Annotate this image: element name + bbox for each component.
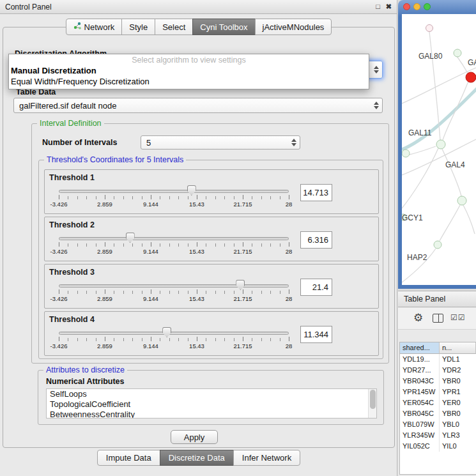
network-canvas[interactable]: GAL80 GA GAL11 GAL4 GCY1 HAP2 [402,14,476,285]
table-row[interactable]: YBL079WYBL0 [400,419,476,430]
num-intervals-combobox[interactable]: 5 [141,135,300,150]
thresholds-group: Threshold's Coordinates for 5 Intervals … [38,160,383,359]
tab-style[interactable]: Style [121,19,155,35]
screen: { "window": { "title": "Control Panel" }… [0,0,476,476]
node-label[interactable]: HAP2 [407,253,427,262]
node-label[interactable]: GA [468,58,476,67]
table-cell-name: YLR3 [440,430,476,441]
minimize-traffic-light-icon[interactable] [413,3,420,10]
dropdown-option-manual-discretization[interactable]: Manual Discretization [9,65,369,76]
combo-stepper-icon [291,139,296,146]
num-intervals-label: Number of Intervals [42,138,117,147]
threshold-slider-track[interactable] [59,332,289,335]
node-left[interactable] [402,150,410,157]
thresholds-group-title: Threshold's Coordinates for 5 Intervals [44,155,186,164]
slider-tick-label: -3.426 [50,201,68,208]
threshold-slider-thumb[interactable] [162,327,171,337]
tab-network[interactable]: Network [66,19,123,35]
slider-tick-label: 21.715 [233,201,252,208]
network-labels: GAL80 GA GAL11 GAL4 GCY1 HAP2 [402,52,476,262]
threshold-slider-track[interactable] [59,237,289,240]
threshold-slider-thumb[interactable] [126,233,135,243]
slider-tick-label: 9.144 [143,295,158,302]
threshold-slider-track[interactable] [59,190,289,193]
close-traffic-light-icon[interactable] [403,3,410,10]
node-label[interactable]: GAL4 [445,160,465,169]
tab-impute-data[interactable]: Impute Data [97,450,160,466]
table-row[interactable]: YBR045CYBR0 [400,408,476,419]
slider-tick-label: 15.43 [189,295,204,302]
slider-tick-label: 15.43 [189,248,204,255]
top-tab-bar: NetworkStyleSelectCyni ToolboxjActiveMNo… [0,19,397,35]
select-columns-checkboxes-icon[interactable]: ☑☑ [450,313,466,322]
threshold-value-field[interactable]: 14.713 [300,184,332,201]
list-scrollbar-thumb[interactable] [370,390,376,409]
table-cell-name: YIL0 [440,441,476,452]
table-data-combobox[interactable]: galFiltered.sif default node [13,98,383,113]
gear-icon[interactable]: ⚙ [413,312,423,323]
combo-stepper-icon [374,66,379,73]
table-cell-shared: YBL079W [400,419,440,430]
list-scrollbar[interactable] [368,389,376,418]
table-row[interactable]: YPR145WYPR1 [400,387,476,397]
table-header-name[interactable]: n... [440,342,476,354]
threshold-value-field[interactable]: 6.316 [300,231,332,249]
table-cell-shared: YBR045C [400,408,440,419]
node-right[interactable] [457,196,466,205]
node-label[interactable]: GAL80 [418,52,443,61]
node-attribute-table: shared... n... YDL19...YDL1YDR27...YDR2Y… [399,342,476,475]
dropdown-option-equal-width-frequency[interactable]: Equal Width/Frequency Discretization [9,76,369,87]
threshold-label: Threshold 1 [49,173,95,182]
table-row[interactable]: YDL19...YDL1 [400,354,476,365]
slider-major-ticks [59,337,289,341]
node-label[interactable]: GAL11 [408,128,432,137]
threshold-value-field[interactable]: 11.344 [300,326,332,343]
threshold-label: Threshold 4 [49,315,95,324]
attribute-list[interactable]: SelfLoopsTopologicalCoefficientBetweenne… [46,388,377,418]
attribute-item[interactable]: TopologicalCoefficient [47,399,376,410]
dropdown-placeholder: Select algorithm to view settings [9,55,369,65]
close-window-icon[interactable]: ✖ [386,3,392,10]
tab-infer-network[interactable]: Infer Network [233,450,300,466]
table-header-shared[interactable]: shared... [400,342,440,354]
node-gal80[interactable] [454,49,461,57]
cyni-toolbox-panel: Discretization Algorithm Table Data galF… [3,27,395,448]
attribute-item[interactable]: SelfLoops [47,389,376,399]
threshold-slider-thumb[interactable] [236,280,245,290]
table-cell-shared: YDR27... [400,365,440,376]
node-selected-red[interactable] [466,72,476,82]
node-label[interactable]: GCY1 [402,213,423,222]
network-graph: GAL80 GA GAL11 GAL4 GCY1 HAP2 [402,14,476,285]
attribute-item[interactable]: BetweennessCentrality [47,410,376,418]
columns-icon[interactable] [433,314,443,323]
threshold-label: Threshold 2 [49,220,95,229]
tab-select[interactable]: Select [155,19,193,35]
threshold-slider-thumb[interactable] [187,185,196,196]
threshold-card-4: Threshold 4-3.4262.8599.14415.4321.71528… [44,311,379,356]
apply-button[interactable]: Apply [171,430,218,444]
node-gal11[interactable] [436,140,445,149]
slider-tick-label: 2.859 [97,295,112,302]
threshold-value-field[interactable]: 21.4 [300,279,332,296]
float-window-icon[interactable]: □ [376,3,380,10]
table-row[interactable]: YLR345WYLR3 [400,430,476,441]
threshold-slider-track[interactable] [59,284,289,288]
table-row[interactable]: YIL052CYIL0 [400,441,476,452]
threshold-label: Threshold 3 [49,268,95,277]
table-panel-title: Table Panel [404,295,445,303]
slider-tick-label: 9.144 [143,342,158,349]
node-mid[interactable] [434,241,441,249]
attributes-group: Attributes to discretize Numerical Attri… [38,370,384,425]
tab-jactivemnodules[interactable]: jActiveMNodules [255,19,332,35]
tab-discretize-data[interactable]: Discretize Data [160,450,234,466]
table-row[interactable]: YER054CYER0 [400,397,476,408]
table-body: YDL19...YDL1YDR27...YDR2YBR043CYBR0YPR14… [400,354,476,452]
interval-definition-group: Interval Definition Number of Intervals … [31,123,389,364]
table-row[interactable]: YBR043CYBR0 [400,376,476,387]
attributes-group-title: Attributes to discretize [43,365,127,374]
table-row[interactable]: YDR27...YDR2 [400,365,476,376]
slider-tick-label: 28 [286,295,293,302]
zoom-traffic-light-icon[interactable] [424,3,431,10]
tab-cyni-toolbox[interactable]: Cyni Toolbox [192,19,255,35]
node-pink[interactable] [426,25,433,32]
